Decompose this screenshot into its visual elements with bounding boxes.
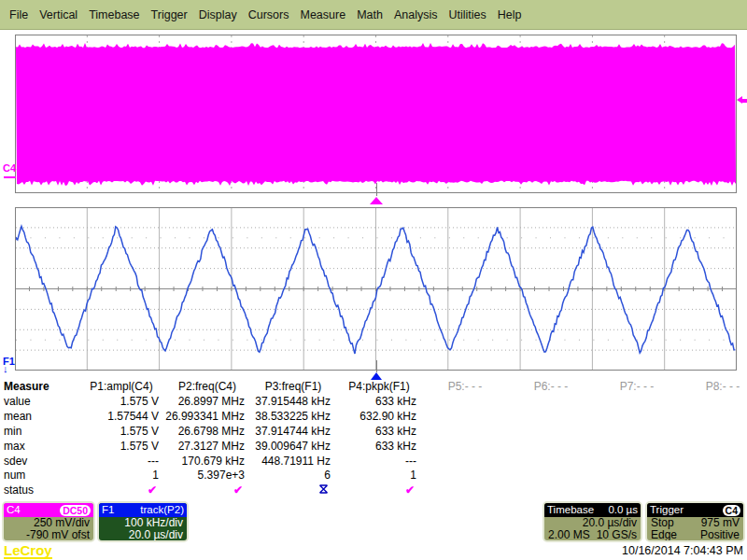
measure-sdev-p6 <box>508 455 594 469</box>
trigger-level-marker[interactable] <box>737 96 747 105</box>
measure-value-p7 <box>594 395 680 410</box>
measure-max-p6 <box>508 440 594 455</box>
measure-mean-p3: 38.533225 kHz <box>250 410 336 425</box>
menu-item-cursors[interactable]: Cursors <box>248 8 289 21</box>
measure-status-p5 <box>422 483 508 498</box>
measure-column-header-p5[interactable]: P5:- - - <box>422 380 508 395</box>
measure-sdev-p2: 170.679 kHz <box>164 455 250 469</box>
c4-offset: -790 mV ofst <box>26 529 90 541</box>
menu-item-file[interactable]: File <box>9 8 28 21</box>
trigger-source-badge: C4 <box>723 505 740 516</box>
menu-item-trigger[interactable]: Trigger <box>151 8 188 21</box>
measure-row-label-min: min <box>0 425 78 440</box>
measure-sdev-p7 <box>594 455 680 469</box>
measure-max-p1: 1.575 V <box>78 440 164 455</box>
measure-column-header-p4[interactable]: P4:pkpk(F1) <box>336 380 422 395</box>
measure-min-p8 <box>680 425 747 440</box>
c4-ground-level-marker[interactable] <box>4 176 16 178</box>
measure-max-p2: 27.3127 MHz <box>164 440 250 455</box>
measure-num-p6 <box>508 469 594 483</box>
trigger-slope: Positive <box>700 529 740 541</box>
trigger-time-marker-bottom[interactable] <box>371 372 382 380</box>
menu-item-math[interactable]: Math <box>357 8 383 21</box>
measure-column-header-p2[interactable]: P2:freq(C4) <box>164 380 250 395</box>
menu-item-measure[interactable]: Measure <box>300 8 345 21</box>
status-pending-icon <box>318 484 329 494</box>
oscilloscope-screen: FileVerticalTimebaseTriggerDisplayCursor… <box>0 0 747 560</box>
measure-table: MeasureP1:ampl(C4)P2:freq(C4)P3:freq(F1)… <box>0 380 747 498</box>
trigger-type: Edge <box>651 529 677 541</box>
f1-descriptor-box[interactable]: F1 track(P2) 100 kHz/div 20.0 µs/div <box>97 501 189 542</box>
measure-status-p8 <box>680 483 747 498</box>
measure-mean-p2: 26.993341 MHz <box>164 410 250 425</box>
measure-min-p7 <box>594 425 680 440</box>
measure-column-header-p8[interactable]: P8:- - - <box>680 380 747 395</box>
measure-max-p8 <box>680 440 747 455</box>
measure-value-p1: 1.575 V <box>78 395 164 410</box>
menu-item-timebase[interactable]: Timebase <box>89 8 139 21</box>
measure-min-p1: 1.575 V <box>78 425 164 440</box>
f1-time-per-div: 20.0 µs/div <box>129 529 183 541</box>
menu-item-analysis[interactable]: Analysis <box>394 8 438 21</box>
measure-status-p2: ✔ <box>164 483 250 498</box>
measure-sdev-p4: --- <box>336 455 422 469</box>
measure-mean-p6 <box>508 410 594 425</box>
measure-status-p6 <box>508 483 594 498</box>
measure-min-p4: 633 kHz <box>336 425 422 440</box>
measure-value-p6 <box>508 395 594 410</box>
measure-sdev-p5 <box>422 455 508 469</box>
c4-coupling-badge: DC50 <box>60 505 91 516</box>
timebase-box-name: Timebase <box>547 503 594 517</box>
f1-waveform-grid <box>15 207 737 371</box>
measure-max-p7 <box>594 440 680 455</box>
timebase-samples: 2.00 MS <box>548 529 590 541</box>
measure-num-p5 <box>422 469 508 483</box>
menu-item-vertical[interactable]: Vertical <box>39 8 78 21</box>
measure-section-title: Measure <box>0 380 78 395</box>
measure-max-p4: 633 kHz <box>336 440 422 455</box>
menu-item-help[interactable]: Help <box>498 8 522 21</box>
trigger-time-line-top <box>376 183 377 196</box>
lecroy-logo: LeCroy <box>4 543 52 559</box>
menu-item-display[interactable]: Display <box>199 8 237 21</box>
measure-mean-p7 <box>594 410 680 425</box>
status-ok-icon: ✔ <box>233 483 243 497</box>
measure-row-label-mean: mean <box>0 410 78 425</box>
f1-trace <box>15 226 735 354</box>
measure-status-p1: ✔ <box>78 483 164 498</box>
status-ok-icon: ✔ <box>405 483 415 497</box>
measure-min-p3: 37.914744 kHz <box>250 425 336 440</box>
measure-status-p4: ✔ <box>336 483 422 498</box>
c4-trace-label: C4 <box>3 162 16 174</box>
measure-num-p1: 1 <box>78 469 164 483</box>
measure-value-p3: 37.915448 kHz <box>250 395 336 410</box>
measure-mean-p4: 632.90 kHz <box>336 410 422 425</box>
measure-sdev-p1: --- <box>78 455 164 469</box>
trigger-descriptor-box[interactable]: Trigger C4 Stop 975 mV Edge Positive <box>645 501 745 542</box>
measure-value-p5 <box>422 395 508 410</box>
measure-row-label-sdev: sdev <box>0 455 78 469</box>
measure-max-p3: 39.009647 kHz <box>250 440 336 455</box>
f1-box-name: F1 <box>102 503 114 517</box>
trigger-time-line-bottom <box>376 360 377 372</box>
f1-source: track(P2) <box>140 503 184 517</box>
trigger-box-name: Trigger <box>650 503 684 517</box>
measure-row-label-num: num <box>0 469 78 483</box>
c4-trace <box>16 43 736 186</box>
menu-item-utilities[interactable]: Utilities <box>448 8 486 21</box>
measure-column-header-p1[interactable]: P1:ampl(C4) <box>78 380 164 395</box>
c4-waveform-grid <box>15 35 737 193</box>
c4-descriptor-box[interactable]: C4 DC50 250 mV/div -790 mV ofst <box>2 501 95 542</box>
timebase-offset: 0.0 µs <box>608 503 638 517</box>
trigger-time-marker-top[interactable] <box>370 197 383 204</box>
c4-box-name: C4 <box>7 503 21 517</box>
measure-num-p7 <box>594 469 680 483</box>
measure-column-header-p3[interactable]: P3:freq(F1) <box>250 380 336 395</box>
timebase-descriptor-box[interactable]: Timebase 0.0 µs 20.0 µs/div 2.00 MS 10 G… <box>543 501 642 542</box>
measure-row-label-max: max <box>0 440 78 455</box>
measure-column-header-p6[interactable]: P6:- - - <box>508 380 594 395</box>
measure-column-header-p7[interactable]: P7:- - - <box>594 380 680 395</box>
measure-num-p3: 6 <box>250 469 336 483</box>
measure-sdev-p8 <box>680 455 747 469</box>
measure-status-p7 <box>594 483 680 498</box>
